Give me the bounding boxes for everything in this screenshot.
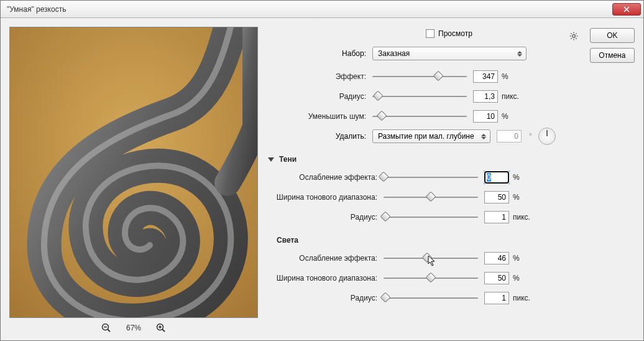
sh-fade-unit: % xyxy=(513,173,538,182)
dialog-content: 67% Просмотр Набор: Заказная Эфф xyxy=(1,18,643,340)
sh-tonal-unit: % xyxy=(513,193,538,202)
svg-line-13 xyxy=(571,33,572,34)
amount-slider[interactable] xyxy=(372,72,467,81)
zoom-percent[interactable]: 67% xyxy=(126,324,141,332)
hl-fade-unit: % xyxy=(513,254,538,263)
svg-line-15 xyxy=(576,33,576,34)
highlights-header: Света xyxy=(277,236,556,245)
svg-point-8 xyxy=(573,35,576,38)
svg-line-2 xyxy=(108,329,110,332)
radius-input[interactable] xyxy=(473,90,498,103)
window-title: "Умная" резкость xyxy=(7,5,612,14)
noise-label: Уменьшить шум: xyxy=(268,112,372,121)
remove-label: Удалить: xyxy=(268,132,372,141)
controls-column: Просмотр Набор: Заказная Эффект: % xyxy=(268,27,558,334)
close-button[interactable] xyxy=(612,3,641,16)
angle-unit: ° xyxy=(529,132,532,141)
sh-radius-slider[interactable] xyxy=(384,213,478,222)
hl-tonal-unit: % xyxy=(513,274,538,283)
shadows-header: Тени xyxy=(268,155,556,164)
preview-image[interactable] xyxy=(9,27,258,318)
sh-tonal-slider[interactable] xyxy=(384,193,478,202)
noise-slider[interactable] xyxy=(372,112,467,121)
shadows-title: Тени xyxy=(279,155,297,164)
set-dropdown[interactable]: Заказная xyxy=(372,47,527,60)
angle-input[interactable] xyxy=(497,130,522,142)
amount-label: Эффект: xyxy=(268,72,372,81)
amount-input[interactable] xyxy=(473,70,498,83)
svg-line-5 xyxy=(162,329,165,332)
zoom-in-icon[interactable] xyxy=(156,323,166,333)
preview-checkbox[interactable] xyxy=(426,29,435,38)
remove-value: Размытие при мал. глубине xyxy=(378,132,474,141)
hl-radius-slider[interactable] xyxy=(384,294,478,302)
noise-input[interactable] xyxy=(473,110,498,123)
set-label: Набор: xyxy=(268,49,372,58)
remove-dropdown[interactable]: Размытие при мал. глубине xyxy=(372,129,490,143)
hl-radius-input[interactable] xyxy=(484,292,509,304)
hl-radius-label: Радиус: xyxy=(268,294,384,302)
sh-tonal-input[interactable] xyxy=(484,191,509,203)
svg-line-16 xyxy=(571,38,572,39)
preview-column: 67% xyxy=(9,27,258,334)
sh-radius-unit: пикс. xyxy=(513,213,538,222)
sh-radius-label: Радиус: xyxy=(268,213,384,222)
svg-line-14 xyxy=(576,38,576,39)
amount-unit: % xyxy=(502,72,527,81)
angle-dial[interactable] xyxy=(538,128,556,145)
sh-fade-label: Ослабление эффекта: xyxy=(268,173,384,182)
radius-unit: пикс. xyxy=(502,92,527,101)
hl-tonal-label: Ширина тонового диапазона: xyxy=(268,274,384,283)
disclosure-icon[interactable] xyxy=(268,157,274,162)
smart-sharpen-dialog: "Умная" резкость xyxy=(0,0,644,341)
noise-unit: % xyxy=(502,112,527,121)
highlights-title: Света xyxy=(277,236,298,245)
radius-label: Радиус: xyxy=(268,92,372,101)
sh-tonal-label: Ширина тонового диапазона: xyxy=(268,193,384,202)
cancel-button[interactable]: Отмена xyxy=(590,48,635,63)
preview-label: Просмотр xyxy=(438,29,472,38)
hl-fade-input[interactable] xyxy=(484,252,509,264)
ok-button[interactable]: OK xyxy=(590,28,635,43)
zoom-bar: 67% xyxy=(101,323,166,333)
zoom-out-icon[interactable] xyxy=(101,323,111,333)
hl-tonal-slider[interactable] xyxy=(384,274,478,283)
button-column: OK Отмена xyxy=(590,27,635,334)
radius-slider[interactable] xyxy=(372,92,467,101)
gear-icon[interactable] xyxy=(569,32,578,40)
hl-fade-label: Ослабление эффекта: xyxy=(268,254,384,263)
sh-fade-slider[interactable] xyxy=(384,173,478,182)
hl-tonal-input[interactable] xyxy=(484,272,509,284)
hl-radius-unit: пикс. xyxy=(513,294,538,302)
hl-fade-slider[interactable] xyxy=(384,254,478,263)
title-bar: "Умная" резкость xyxy=(1,1,643,18)
sh-fade-input[interactable] xyxy=(484,171,509,184)
set-value: Заказная xyxy=(378,49,410,58)
sh-radius-input[interactable] xyxy=(484,211,509,223)
